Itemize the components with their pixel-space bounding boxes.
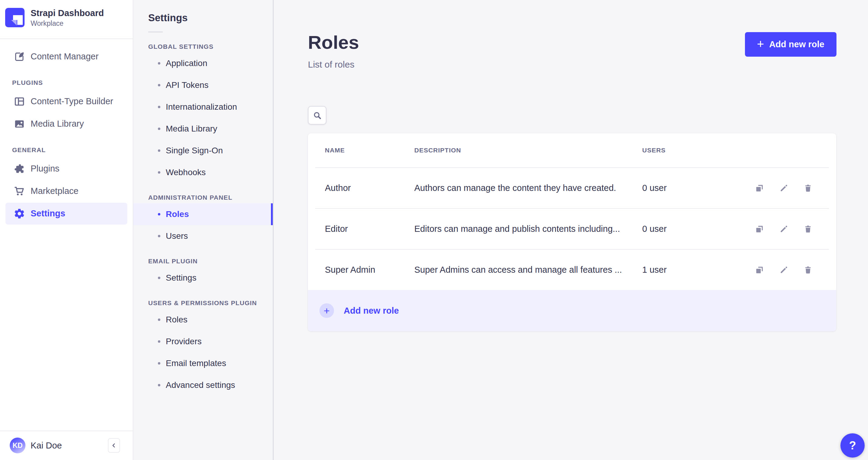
subnav-item-roles-admin[interactable]: Roles xyxy=(133,203,273,225)
row-actions xyxy=(754,224,813,234)
table-row-editor[interactable]: Editor Editors can manage and publish co… xyxy=(308,209,836,249)
row-actions xyxy=(754,265,813,275)
duplicate-role-button[interactable] xyxy=(754,183,765,193)
delete-role-button[interactable] xyxy=(803,265,813,275)
bullet-icon xyxy=(158,106,160,108)
role-users-count: 0 user xyxy=(642,183,754,193)
search-button[interactable] xyxy=(308,106,327,125)
bullet-icon xyxy=(158,84,160,86)
subnav-item-internationalization[interactable]: Internationalization xyxy=(133,96,273,118)
sidebar-item-media-library[interactable]: Media Library xyxy=(5,113,127,135)
edit-role-button[interactable] xyxy=(779,183,789,193)
edit-role-button[interactable] xyxy=(779,224,789,234)
subnav-title: Settings xyxy=(133,0,273,24)
bullet-icon xyxy=(158,149,160,152)
subnav-item-api-tokens[interactable]: API Tokens xyxy=(133,74,273,96)
delete-icon xyxy=(803,266,812,275)
delete-icon xyxy=(803,184,812,193)
role-users-count: 1 user xyxy=(642,265,754,275)
sidebar-item-content-type-builder[interactable]: Content-Type Builder xyxy=(5,91,127,113)
sidebar-item-settings[interactable]: Settings xyxy=(5,203,127,224)
add-new-role-row[interactable]: + Add new role xyxy=(308,290,836,331)
bullet-icon xyxy=(158,340,160,343)
cart-icon xyxy=(13,185,25,197)
subnav-section-label: ADMINISTRATION PANEL xyxy=(148,193,273,202)
layout-icon xyxy=(13,96,25,107)
subnav-item-webhooks[interactable]: Webhooks xyxy=(133,161,273,183)
user-row: KD Kai Doe xyxy=(0,431,133,460)
edit-icon xyxy=(779,266,788,275)
collapse-sidebar-button[interactable] xyxy=(108,438,120,453)
sidebar-item-label: Settings xyxy=(31,209,65,218)
table-row-author[interactable]: Author Authors can manage the content th… xyxy=(308,168,836,208)
strapi-admin-app: Strapi Dashboard Workplace Content Manag… xyxy=(0,0,868,460)
column-header-name: NAME xyxy=(325,147,414,154)
sidebar-footer: KD Kai Doe xyxy=(0,431,133,460)
bullet-icon xyxy=(158,128,160,130)
puzzle-icon xyxy=(13,163,25,175)
sidebar-item-label: Media Library xyxy=(31,119,84,129)
workspace-switcher[interactable]: Strapi Dashboard Workplace xyxy=(0,0,133,35)
duplicate-role-button[interactable] xyxy=(754,224,765,234)
delete-role-button[interactable] xyxy=(803,183,813,193)
bullet-icon xyxy=(158,213,160,215)
subnav-section-label: EMAIL PLUGIN xyxy=(148,257,273,266)
role-users-count: 0 user xyxy=(642,224,754,234)
table-header-row: NAME DESCRIPTION USERS xyxy=(308,133,836,167)
role-name: Author xyxy=(325,183,414,193)
subnav-item-single-sign-on[interactable]: Single Sign-On xyxy=(133,140,273,161)
subnav-item-providers[interactable]: Providers xyxy=(133,331,273,352)
user-name: Kai Doe xyxy=(31,440,108,451)
pencil-square-icon xyxy=(13,51,25,62)
sidebar-section-plugins: PLUGINS xyxy=(12,79,133,86)
subnav-item-email-settings[interactable]: Settings xyxy=(133,267,273,289)
app-title: Strapi Dashboard xyxy=(31,8,104,19)
subnav-section-global-settings: GLOBAL SETTINGS Application API Tokens I… xyxy=(133,42,273,183)
bullet-icon xyxy=(158,235,160,237)
role-description: Super Admins can access and manage all f… xyxy=(414,265,642,275)
subnav-item-email-templates[interactable]: Email templates xyxy=(133,352,273,374)
sidebar-item-label: Plugins xyxy=(31,164,59,174)
duplicate-icon xyxy=(755,265,764,275)
main-sidebar: Strapi Dashboard Workplace Content Manag… xyxy=(0,0,133,460)
subnav-item-application[interactable]: Application xyxy=(133,53,273,74)
page-subtitle: List of roles xyxy=(308,59,354,70)
sidebar-item-marketplace[interactable]: Marketplace xyxy=(5,180,127,202)
workspace-name: Workplace xyxy=(31,20,104,28)
add-new-role-button[interactable]: + Add new role xyxy=(745,32,836,57)
role-name: Editor xyxy=(325,224,414,234)
help-button[interactable]: ? xyxy=(840,433,865,458)
bullet-icon xyxy=(158,277,160,279)
subnav-item-advanced-settings[interactable]: Advanced settings xyxy=(133,374,273,396)
plus-circle-icon: + xyxy=(319,303,334,318)
edit-icon xyxy=(779,184,788,193)
delete-role-button[interactable] xyxy=(803,224,813,234)
subnav-item-users[interactable]: Users xyxy=(133,225,273,247)
duplicate-icon xyxy=(755,224,764,234)
avatar[interactable]: KD xyxy=(10,437,26,453)
sidebar-item-label: Marketplace xyxy=(31,186,79,196)
subnav-section-email-plugin: EMAIL PLUGIN Settings xyxy=(133,257,273,289)
bullet-icon xyxy=(158,318,160,321)
duplicate-role-button[interactable] xyxy=(754,265,765,275)
edit-icon xyxy=(779,224,788,234)
sidebar-item-content-manager[interactable]: Content Manager xyxy=(5,46,127,68)
roles-page: Roles List of roles + Add new role NAME … xyxy=(274,0,868,460)
picture-icon xyxy=(13,118,25,130)
page-title: Roles xyxy=(308,32,359,53)
subnav-section-label: USERS & PERMISSIONS PLUGIN xyxy=(148,299,273,308)
roles-table-card: NAME DESCRIPTION USERS Author Authors ca… xyxy=(308,133,836,331)
bullet-icon xyxy=(158,362,160,365)
subnav-item-media-library[interactable]: Media Library xyxy=(133,118,273,140)
subnav-section-administration-panel: ADMINISTRATION PANEL Roles Users xyxy=(133,193,273,247)
row-actions xyxy=(754,183,813,193)
role-description: Editors can manage and publish contents … xyxy=(414,224,642,234)
role-description: Authors can manage the content they have… xyxy=(414,183,642,193)
edit-role-button[interactable] xyxy=(779,265,789,275)
column-header-users: USERS xyxy=(642,147,754,154)
sidebar-item-plugins[interactable]: Plugins xyxy=(5,158,127,180)
subnav-item-roles-up[interactable]: Roles xyxy=(133,309,273,331)
table-row-super-admin[interactable]: Super Admin Super Admins can access and … xyxy=(308,250,836,290)
delete-icon xyxy=(803,224,812,234)
bullet-icon xyxy=(158,384,160,386)
